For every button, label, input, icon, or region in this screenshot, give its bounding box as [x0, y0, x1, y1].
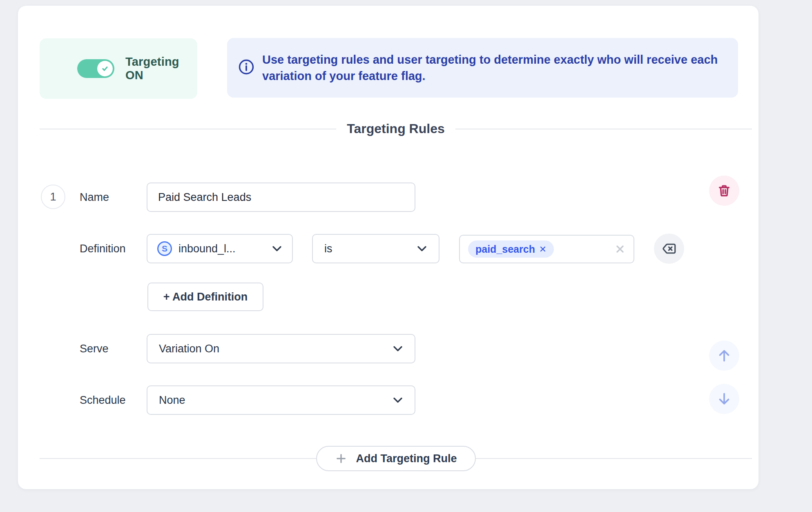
serve-label: Serve — [80, 343, 109, 355]
serve-value: Variation On — [159, 343, 219, 355]
targeting-status-panel: Targeting ON — [40, 38, 197, 99]
add-definition-button[interactable]: + Add Definition — [147, 283, 263, 311]
check-icon — [100, 64, 109, 73]
serve-select[interactable]: Variation On — [147, 334, 415, 363]
info-banner-text: Use targeting rules and user targeting t… — [262, 51, 718, 84]
string-type-icon: S — [157, 241, 172, 256]
plus-icon — [335, 452, 347, 465]
add-targeting-rule-label: Add Targeting Rule — [356, 452, 457, 465]
definition-values-input[interactable]: paid_search — [459, 235, 634, 263]
schedule-select[interactable]: None — [147, 385, 415, 415]
remove-definition-button[interactable] — [654, 234, 684, 264]
add-rule-row: Add Targeting Rule — [40, 446, 752, 471]
rule-index: 1 — [50, 191, 56, 203]
move-rule-up-button[interactable] — [709, 341, 739, 371]
backspace-icon — [661, 241, 677, 256]
rule-index-badge: 1 — [41, 185, 65, 209]
section-title: Targeting Rules — [336, 121, 455, 136]
divider-right — [455, 129, 752, 129]
name-label: Name — [80, 191, 109, 204]
arrow-down-icon — [716, 391, 732, 407]
chevron-down-icon — [417, 245, 427, 252]
trash-icon — [717, 183, 732, 198]
toggle-knob — [97, 61, 113, 76]
chevron-down-icon — [393, 345, 403, 352]
info-icon — [238, 58, 255, 77]
clear-values-icon[interactable] — [615, 244, 625, 254]
value-chip: paid_search — [468, 240, 554, 258]
definition-property-value: inbound_l... — [178, 243, 236, 255]
chevron-down-icon — [393, 397, 403, 403]
definition-label: Definition — [80, 243, 126, 255]
definition-property-select[interactable]: S inbound_l... — [147, 234, 293, 263]
arrow-up-icon — [716, 347, 732, 364]
delete-rule-button[interactable] — [709, 176, 739, 206]
targeting-status-label: Targeting ON — [125, 55, 197, 82]
targeting-card: Targeting ON Use targeting rules and use… — [18, 6, 758, 489]
chevron-down-icon — [272, 245, 282, 252]
rule-name-input[interactable] — [147, 183, 415, 212]
definition-comparator-value: is — [324, 243, 332, 255]
remove-chip-icon[interactable] — [539, 245, 547, 253]
value-chip-label: paid_search — [475, 243, 535, 255]
info-banner: Use targeting rules and user targeting t… — [227, 38, 738, 98]
section-heading: Targeting Rules — [40, 121, 752, 136]
definition-comparator-select[interactable]: is — [312, 234, 439, 263]
schedule-value: None — [159, 394, 185, 407]
schedule-label: Schedule — [80, 394, 126, 407]
add-targeting-rule-button[interactable]: Add Targeting Rule — [316, 446, 476, 471]
move-rule-down-button[interactable] — [709, 384, 739, 414]
divider-left — [40, 129, 336, 129]
targeting-toggle[interactable] — [77, 59, 114, 78]
